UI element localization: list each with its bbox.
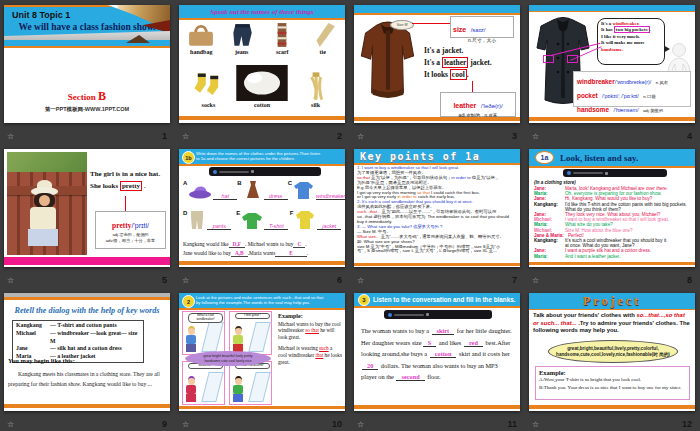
- dialogue: Jane:Maria, look! Kangkang and Michael a…: [534, 186, 693, 259]
- text: .: [650, 27, 651, 32]
- slide-thumbnail-2[interactable]: Speak out the names of these things hand…: [179, 5, 345, 123]
- slide-thumbnail-3[interactable]: Size M size /saɪz/ n.尺寸，大小 It's a jacket…: [354, 5, 520, 123]
- cartoon-kid: [186, 376, 196, 403]
- slide-thumbnail-12[interactable]: Project Talk about your friends' clothes…: [529, 293, 695, 411]
- answer-line-1: Kangkang would likeD,F. Michael wants to…: [183, 240, 342, 249]
- vocab-meaning: n.口袋: [643, 94, 655, 99]
- slide-thumbnail-8[interactable]: 1a Look, listen and say. (In a clothing …: [529, 149, 695, 267]
- speech-bubble: What a cool windbreaker!: [188, 313, 223, 323]
- slide-number: 5: [162, 275, 167, 285]
- slide-cell-3: Size M size /saɪz/ n.尺寸，大小 It's a jacket…: [354, 5, 520, 149]
- word-bank-line-2: handsome,cute,cool,lovely,nice,fashionab…: [556, 352, 670, 358]
- audio-player[interactable]: [209, 167, 321, 176]
- audio-player[interactable]: [384, 310, 492, 319]
- blank-answer: S: [423, 339, 437, 347]
- slide-cell-1: Unit 8 Topic 1 We will have a class fash…: [4, 5, 170, 149]
- key-point-line: 号”，S 是small的缩写，size L 意为“大号”，L 是large的缩写…: [357, 249, 518, 254]
- kid-legs: [186, 344, 196, 352]
- text: 意为“……多大号码”，通常用来询问某人衣服、鞋、帽等的尺寸。: [379, 234, 503, 239]
- stage-direction: (In a clothing store): [534, 180, 576, 185]
- transition-star-icon: ☆: [182, 420, 189, 429]
- slide-title: We will have a class fashion show.: [19, 22, 156, 32]
- text: What size...: [357, 234, 379, 239]
- slide-thumbnail-4[interactable]: It's a windbreaker. It has two big pocke…: [529, 5, 695, 123]
- slide-thumbnail-10[interactable]: 2 Look at the pictures and make sentence…: [179, 293, 345, 411]
- play-icon[interactable]: [213, 170, 217, 174]
- slide-thumbnail-6[interactable]: 1b Write down the names of the clothes u…: [179, 149, 345, 267]
- play-icon[interactable]: [388, 313, 392, 317]
- item-jeans: jeans: [222, 22, 263, 55]
- text: The woman wants to buy a: [361, 327, 431, 334]
- cartoon-panel-2: I feel great !: [229, 311, 272, 355]
- blank-answer: second: [396, 373, 424, 381]
- item-letter: D: [183, 210, 187, 216]
- audio-player[interactable]: [563, 169, 667, 177]
- item-handbag: handbag: [181, 22, 222, 55]
- slide-cell-7: Key points of 1a 1. I want to buy a wind…: [354, 149, 520, 293]
- thumbnail-footer: ☆ 6: [179, 267, 345, 293]
- slide-thumbnail-11[interactable]: 3 Listen to the conversation and fill in…: [354, 293, 520, 411]
- section-label: Section: [68, 92, 96, 102]
- slide-thumbnail-7[interactable]: Key points of 1a 1. I want to buy a wind…: [354, 149, 520, 267]
- cotton-icon: [236, 65, 288, 101]
- slide-thumbnail-1[interactable]: Unit 8 Topic 1 We will have a class fash…: [4, 5, 170, 123]
- volume-icon[interactable]: [605, 172, 608, 175]
- mirror: [248, 322, 270, 352]
- leather-vocab-box: leather /'leðə(r)/ adj.皮制的 n.皮革: [440, 92, 516, 117]
- slide-cell-10: 2 Look at the pictures and make sentence…: [179, 293, 345, 431]
- audio-track[interactable]: [394, 314, 424, 316]
- transition-star-icon: ☆: [532, 132, 539, 141]
- socks-icon: [191, 71, 225, 101]
- key-words: — silk hat and a cotton dress: [50, 345, 122, 353]
- item-label: handbag: [190, 49, 212, 55]
- thumbnail-footer: ☆ 4: [529, 123, 695, 149]
- transition-star-icon: ☆: [7, 420, 14, 429]
- cartoon-kid: [186, 326, 196, 353]
- face: [39, 195, 50, 206]
- vocab-row-windbreaker: windbreaker/'wɪndbreɪkə(r)/ n.风衣: [577, 74, 687, 88]
- volume-icon[interactable]: [426, 313, 429, 316]
- volume-icon[interactable]: [251, 170, 254, 173]
- slide-thumbnail-9[interactable]: Retell the dialog with the help of key w…: [4, 293, 170, 411]
- sample-paragraph: Kangkang meets his classmates in a cloth…: [8, 369, 166, 389]
- text: .Try to admire your friends' clothes.: [577, 320, 678, 326]
- highlight-pockets: two big pockets: [614, 26, 650, 33]
- items-row-2: socks cotton silk: [187, 65, 337, 108]
- sentence-2: She looks pretty .: [90, 180, 160, 192]
- slide-title: Listen to the conversation and fill in t…: [373, 296, 515, 303]
- speaker-name: Jane: [16, 345, 50, 353]
- credit-line: 第一PPT模板网-WWW.1PPT.COM: [4, 106, 170, 113]
- blank-answer: red: [464, 339, 483, 347]
- item-C: Cwindbreaker: [288, 180, 345, 200]
- top-accent-bar: [4, 297, 170, 300]
- text: and likes: [437, 339, 463, 346]
- text: It's a: [601, 21, 612, 26]
- vocab-meaning-2: adv.很，相当；十分，非常: [96, 238, 165, 244]
- item-label: socks: [202, 102, 216, 108]
- kid-head: [235, 326, 242, 335]
- bottom-accent-bar: [529, 262, 695, 265]
- item-socks: socks: [187, 71, 230, 108]
- connector-line: [412, 23, 450, 24]
- sentence-block: It's a jacket. It's a leather jacket. It…: [424, 45, 492, 81]
- mirror: [201, 372, 223, 402]
- activity-badge: 2: [182, 295, 195, 308]
- thumbnail-footer: ☆ 7: [354, 267, 520, 293]
- example-box: Example: A:Wow,your T-shirt is so bright…: [535, 366, 690, 400]
- audio-track[interactable]: [219, 171, 249, 173]
- cartoon-panel-3: Beautiful !: [182, 361, 225, 405]
- jacket-icon: [294, 210, 316, 230]
- key-words: — windbreaker —look great— size M: [50, 330, 140, 346]
- cartoon-panel-4: How handsome!: [229, 361, 272, 405]
- cloze-paragraph: The woman wants to buy a skirt for her l…: [361, 325, 515, 383]
- kid-body: [233, 385, 243, 394]
- slide-thumbnail-5[interactable]: The girl is in a nice hat. She looks pre…: [4, 149, 170, 267]
- bottom-accent-bar: [529, 117, 695, 121]
- kid-body: [186, 335, 196, 344]
- play-icon[interactable]: [567, 171, 571, 175]
- vocab-meaning: adj.英俊的: [643, 108, 663, 113]
- clothes-row-1: Ahat Bdress Cwindbreaker: [183, 180, 343, 200]
- blank-answer: 20: [362, 362, 378, 370]
- connector-line: [125, 196, 126, 211]
- audio-track[interactable]: [573, 172, 603, 174]
